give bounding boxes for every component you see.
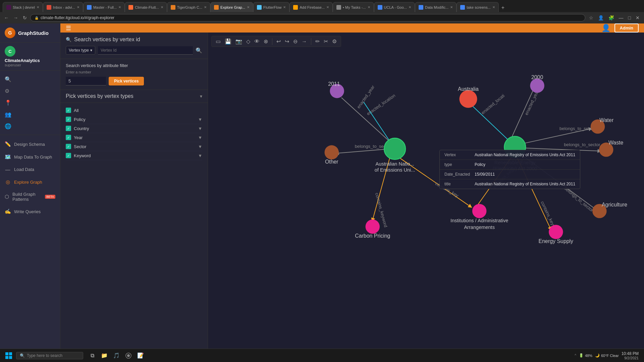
tab-close[interactable]: ✕ (368, 5, 370, 9)
graph-canvas[interactable]: ▭ 💾 📷 ◇ 👁 ⊗ ↩ ↪ ⊖ → ✏ ✂ ⚙ (208, 33, 644, 362)
country-checkbox[interactable]: ✓ (66, 126, 71, 131)
toolbar-cut-btn[interactable]: ✂ (322, 38, 329, 45)
pick-by-type-header[interactable]: Pick vertices by vertex types ▾ (60, 90, 208, 103)
tab-close[interactable]: ✕ (283, 5, 286, 9)
sidebar-item-label: Map Data To Graph (14, 155, 52, 160)
tab-screenshot[interactable]: take screens... ✕ (457, 2, 499, 12)
policy-filter-icon[interactable]: ▼ (198, 117, 202, 122)
tab-master[interactable]: Master - Full... ✕ (83, 2, 125, 12)
tab-close[interactable]: ✕ (247, 5, 250, 9)
start-button[interactable] (3, 350, 15, 362)
sticky-notes-button[interactable]: 📝 (135, 350, 146, 361)
tab-slack[interactable]: Slack | devrel ✕ (3, 2, 43, 12)
toolbar-undo-btn[interactable]: ↩ (275, 38, 282, 45)
vertex-type-dropdown[interactable]: Vertex type ▾ (66, 46, 95, 55)
sector-filter-icon[interactable]: ▼ (198, 144, 202, 149)
tab-tigergraph[interactable]: TigerGraph C... ✕ (167, 2, 210, 12)
weather-item[interactable]: 🌙 60°F Clear (595, 353, 619, 358)
profile-button[interactable]: 👤 (596, 14, 605, 21)
maximize-button[interactable]: □ (627, 14, 633, 21)
sector-checkbox[interactable]: ✓ (66, 144, 71, 149)
file-explorer-button[interactable]: 📁 (99, 350, 110, 361)
sys-chevron-item[interactable]: ^ (575, 354, 576, 357)
sidebar-item-write-queries[interactable]: ✍️ Write Queries (0, 205, 60, 218)
tab-climate[interactable]: Climate-Flutt... ✕ (125, 2, 167, 12)
reload-button[interactable]: ↻ (21, 14, 28, 21)
toolbar-save-btn[interactable]: 💾 (223, 38, 233, 45)
toolbar-settings-btn[interactable]: ⚙ (331, 38, 338, 45)
node-institutions[interactable] (472, 204, 486, 218)
node-carbon-pricing[interactable] (366, 220, 380, 234)
sidebar-item-load-data[interactable]: — Load Data (0, 163, 60, 176)
sidebar-search-icon-btn[interactable]: 🔍 (0, 73, 60, 85)
node-policy2011[interactable] (384, 138, 406, 160)
pick-vertices-button[interactable]: Pick vertices (109, 77, 144, 85)
spotify-button[interactable]: 🎵 (111, 350, 122, 361)
vertex-search-button[interactable]: 🔍 (196, 47, 202, 54)
bookmark-button[interactable]: ☆ (587, 14, 595, 21)
sidebar-item-build-graph[interactable]: ⬡ Build Graph Patterns BETA (0, 188, 60, 205)
tab-data-modif[interactable]: Data Modific... ✕ (415, 2, 457, 12)
tab-close[interactable]: ✕ (77, 5, 79, 9)
year-filter-icon[interactable]: ▼ (198, 135, 202, 140)
write-queries-icon: ✍️ (5, 208, 11, 215)
keyword-filter-icon[interactable]: ▼ (198, 153, 202, 158)
attr-number-input[interactable] (66, 77, 106, 85)
tab-inbox[interactable]: Inbox - advi... ✕ (43, 2, 83, 12)
minimize-button[interactable]: — (617, 14, 625, 21)
toolbar-edit-btn[interactable]: ✏ (314, 38, 321, 45)
node-energy-supply[interactable] (549, 225, 563, 239)
all-checkbox[interactable]: ✓ (66, 108, 71, 113)
node-australia[interactable] (459, 90, 477, 108)
tab-close[interactable]: ✕ (450, 5, 453, 9)
toolbar-select-btn[interactable]: ▭ (214, 38, 222, 45)
tab-ucla[interactable]: UCLA - Goo... ✕ (374, 2, 415, 12)
vertex-id-input[interactable] (98, 46, 193, 55)
country-filter-icon[interactable]: ▼ (198, 126, 202, 131)
close-button[interactable]: ✕ (634, 14, 641, 21)
tab-close[interactable]: ✕ (37, 5, 39, 9)
tab-close[interactable]: ✕ (492, 5, 495, 9)
toolbar-arrow-btn[interactable]: → (300, 38, 308, 45)
node-year2000[interactable] (530, 78, 544, 93)
sidebar-item-explore-graph[interactable]: ◎ Explore Graph (0, 176, 60, 188)
new-tab-button[interactable]: + (499, 3, 507, 12)
forward-button[interactable]: → (12, 14, 19, 21)
year-checkbox[interactable]: ✓ (66, 135, 71, 140)
tab-explore-graph[interactable]: Explore Grap... ✕ (210, 2, 253, 12)
sidebar-item-map-data[interactable]: 🗺️ Map Data To Graph (0, 150, 60, 163)
taskbar-search[interactable]: 🔍 Type here to search (16, 352, 83, 359)
keyword-checkbox[interactable]: ✓ (66, 153, 71, 158)
toolbar-zoom-out-btn[interactable]: ⊖ (292, 38, 299, 45)
toolbar-hide-btn[interactable]: ⊗ (262, 38, 269, 45)
toolbar-eye-btn[interactable]: 👁 (253, 38, 261, 45)
toolbar-redo-btn[interactable]: ↪ (283, 38, 290, 45)
tab-close[interactable]: ✕ (118, 5, 121, 9)
taskview-button[interactable]: ⧉ (87, 350, 98, 361)
tab-close[interactable]: ✕ (326, 5, 329, 9)
system-clock[interactable]: 10:48 PM 9/2/2021 (622, 351, 639, 360)
sidebar-item-design-schema[interactable]: ✏️ Design Schema (0, 138, 60, 150)
extensions-button[interactable]: 🧩 (607, 14, 616, 21)
hamburger-button[interactable]: ☰ (66, 24, 71, 32)
tab-close[interactable]: ✕ (161, 5, 163, 9)
tab-tasks[interactable]: • My Tasks -... ✕ (333, 2, 374, 12)
sidebar-users-icon-btn[interactable]: 👥 (0, 109, 60, 120)
chrome-button[interactable] (123, 350, 134, 361)
admin-button[interactable]: Admin (614, 23, 639, 33)
tab-close[interactable]: ✕ (204, 5, 207, 9)
tab-close[interactable]: ✕ (409, 5, 411, 9)
toolbar-screenshot-btn[interactable]: 📷 (234, 38, 244, 45)
policy-checkbox[interactable]: ✓ (66, 117, 71, 122)
tab-firebase[interactable]: Add Firebase... ✕ (289, 2, 333, 12)
address-bar[interactable]: 🔒 climate-flutter.itgcloud.io/#/graph-ex… (30, 14, 585, 21)
back-button[interactable]: ← (3, 14, 10, 21)
user-profile-button[interactable]: 👤 (601, 24, 610, 33)
toolbar-shape-btn[interactable]: ◇ (245, 38, 252, 45)
sidebar-globe-icon-btn[interactable]: 🌐 (0, 120, 60, 132)
tab-flutterflow[interactable]: FlutterFlow ✕ (253, 2, 289, 12)
sidebar-settings-icon-btn[interactable]: ⚙ (0, 85, 60, 97)
sidebar-location-icon-btn[interactable]: 📍 (0, 97, 60, 109)
battery-item[interactable]: 🔋 48% (579, 353, 592, 358)
node-other[interactable] (325, 145, 339, 159)
